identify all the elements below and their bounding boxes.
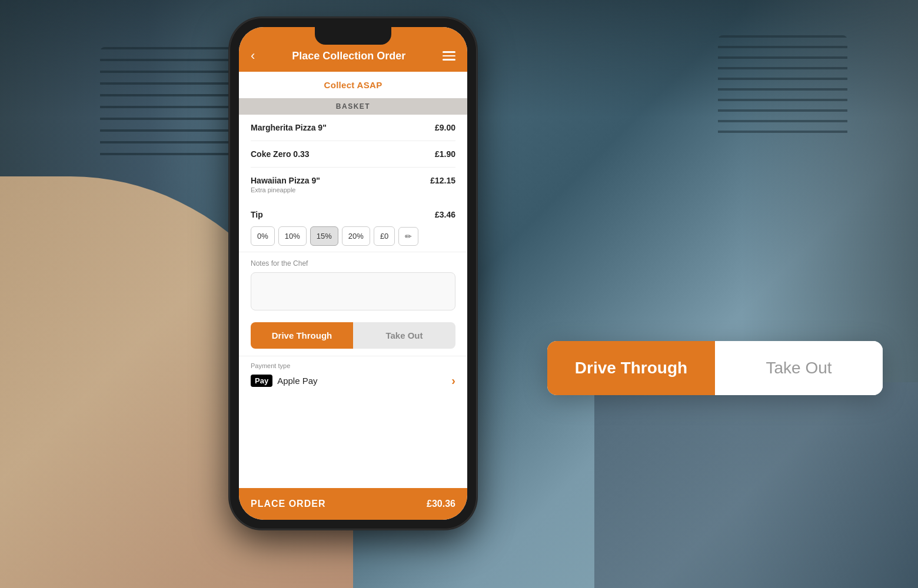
place-order-label: PLACE ORDER [251, 499, 325, 509]
notes-label: Notes for the Chef [251, 259, 455, 268]
phone-notch [315, 27, 391, 45]
phone: ‹ Place Collection Order Collect ASAP BA… [230, 18, 477, 529]
item-price: £9.00 [435, 123, 455, 132]
order-type-toggle: Drive Through Take Out [251, 322, 455, 349]
basket-item: Hawaiian Pizza 9" Extra pineapple £12.15 [251, 168, 455, 202]
menu-line-2 [443, 55, 455, 57]
tip-btn-0pounds[interactable]: £0 [374, 226, 395, 246]
basket-item: Margherita Pizza 9" £9.00 [251, 115, 455, 141]
tip-btn-15[interactable]: 15% [310, 226, 338, 246]
drive-through-option[interactable]: Drive Through [251, 322, 353, 349]
menu-line-3 [443, 59, 455, 61]
item-price: £1.90 [435, 149, 455, 159]
payment-row[interactable]: Pay Apple Pay › [251, 374, 455, 387]
tip-buttons: 0% 10% 15% 20% £0 ✏ [251, 226, 455, 246]
collect-asap-label[interactable]: Collect ASAP [239, 72, 467, 98]
take-out-button[interactable]: Take Out [715, 341, 883, 395]
item-price: £12.15 [430, 176, 455, 185]
tip-section: Tip £3.46 0% 10% 15% 20% £0 ✏ [239, 202, 467, 252]
phone-screen: ‹ Place Collection Order Collect ASAP BA… [239, 27, 467, 520]
tip-btn-10[interactable]: 10% [278, 226, 307, 246]
bg-dashboard [594, 382, 918, 588]
back-button[interactable]: ‹ [251, 49, 255, 62]
bg-vents2 [718, 35, 847, 141]
menu-icon[interactable] [443, 51, 455, 61]
payment-left: Pay Apple Pay [251, 375, 318, 387]
place-order-price: £30.36 [427, 499, 455, 509]
tip-edit-button[interactable]: ✏ [398, 227, 418, 246]
payment-label: Payment type [251, 362, 455, 369]
tip-label: Tip [251, 210, 263, 219]
basket-header: BASKET [239, 98, 467, 115]
screen-content: ‹ Place Collection Order Collect ASAP BA… [239, 27, 467, 520]
basket-item: Coke Zero 0.33 £1.90 [251, 141, 455, 168]
phone-body: ‹ Place Collection Order Collect ASAP BA… [230, 18, 477, 529]
take-out-label: Take Out [766, 359, 831, 377]
drive-through-label: Drive Through [575, 359, 687, 377]
take-out-option[interactable]: Take Out [353, 322, 455, 349]
menu-line-1 [443, 51, 455, 53]
order-type-popup: Drive Through Take Out [547, 341, 883, 395]
item-info: Hawaiian Pizza 9" Extra pineapple [251, 176, 421, 193]
item-info: Margherita Pizza 9" [251, 123, 425, 132]
item-name: Margherita Pizza 9" [251, 123, 425, 132]
drive-through-button[interactable]: Drive Through [547, 341, 715, 395]
notes-section: Notes for the Chef [239, 252, 467, 320]
basket-items: Margherita Pizza 9" £9.00 Coke Zero 0.33… [239, 115, 467, 202]
payment-section: Payment type Pay Apple Pay › [239, 356, 467, 396]
item-name: Hawaiian Pizza 9" [251, 176, 421, 185]
item-sub: Extra pineapple [251, 186, 421, 193]
chevron-right-icon: › [451, 374, 455, 387]
tip-btn-20[interactable]: 20% [342, 226, 370, 246]
apple-pay-icon: Pay [251, 375, 272, 387]
screen-body: Collect ASAP BASKET Margherita Pizza 9" … [239, 72, 467, 488]
tip-row: Tip £3.46 [251, 210, 455, 219]
place-order-button[interactable]: PLACE ORDER £30.36 [239, 488, 467, 520]
payment-name: Apple Pay [277, 376, 317, 386]
item-name: Coke Zero 0.33 [251, 149, 425, 159]
tip-btn-0[interactable]: 0% [251, 226, 275, 246]
item-info: Coke Zero 0.33 [251, 149, 425, 159]
header-title: Place Collection Order [262, 50, 435, 62]
tip-price: £3.46 [435, 210, 455, 219]
notes-input[interactable] [251, 272, 455, 310]
